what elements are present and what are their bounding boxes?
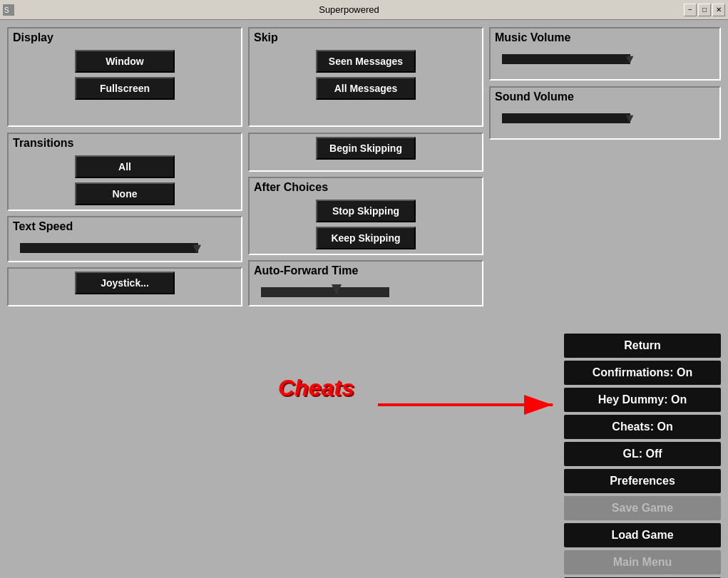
sound-volume-arrow: ▼ <box>623 111 636 126</box>
window-controls: − □ ✕ <box>684 4 725 16</box>
transitions-none-button[interactable]: None <box>75 182 175 205</box>
gl-button[interactable]: GL: Off <box>564 442 721 466</box>
begin-skipping-content: Begin Skipping <box>250 134 482 165</box>
auto-forward-slider[interactable] <box>261 287 389 297</box>
keep-skipping-button[interactable]: Keep Skipping <box>316 227 416 249</box>
sound-volume-panel: Sound Volume ▼ <box>489 86 721 140</box>
cheats-arrow <box>378 391 563 422</box>
joystick-button[interactable]: Joystick... <box>75 272 175 294</box>
fullscreen-button[interactable]: Fullscreen <box>75 77 175 100</box>
app-icon: S <box>3 4 14 16</box>
all-messages-button[interactable]: All Messages <box>316 77 416 100</box>
cheats-button[interactable]: Cheats: On <box>564 415 721 439</box>
svg-text:S: S <box>4 6 9 14</box>
after-choices-panel: After Choices Stop Skipping Keep Skippin… <box>248 177 483 255</box>
transitions-label: Transitions <box>9 134 241 153</box>
window-title: Superpowered <box>14 4 684 15</box>
display-panel: Display Window Fullscreen <box>7 27 242 127</box>
seen-messages-button[interactable]: Seen Messages <box>316 50 416 73</box>
auto-forward-panel: Auto-Forward Time <box>248 260 483 306</box>
display-content: Window Fullscreen <box>9 47 241 105</box>
auto-forward-slider-container <box>250 280 482 304</box>
music-volume-arrow: ▼ <box>623 52 636 67</box>
save-game-button[interactable]: Save Game <box>564 496 721 520</box>
joystick-content: Joystick... <box>9 269 241 300</box>
begin-skipping-button[interactable]: Begin Skipping <box>316 137 416 160</box>
after-choices-content: Stop Skipping Keep Skipping <box>250 197 482 255</box>
auto-forward-thumb <box>332 284 342 296</box>
hey-dummy-button[interactable]: Hey Dummy: On <box>564 388 721 412</box>
music-volume-label: Music Volume <box>491 29 719 47</box>
main-menu-button[interactable]: Main Menu <box>564 550 721 574</box>
maximize-button[interactable]: □ <box>698 4 711 16</box>
title-bar: S Superpowered − □ ✕ <box>0 0 728 20</box>
main-area: Display Window Fullscreen Transitions Al… <box>0 20 728 578</box>
cheats-label: Cheats <box>278 375 354 401</box>
display-label: Display <box>9 29 241 47</box>
transitions-all-button[interactable]: All <box>75 155 175 178</box>
text-speed-slider[interactable]: ▼ <box>20 243 198 253</box>
transitions-panel: Transitions All None <box>7 133 242 211</box>
skip-panel: Skip Seen Messages All Messages <box>248 27 483 127</box>
sound-volume-slider[interactable]: ▼ <box>502 113 630 123</box>
text-speed-arrow: ▼ <box>190 240 204 257</box>
skip-content: Seen Messages All Messages <box>250 47 482 105</box>
load-game-button[interactable]: Load Game <box>564 523 721 547</box>
auto-forward-label: Auto-Forward Time <box>250 262 482 280</box>
sound-volume-label: Sound Volume <box>491 88 719 106</box>
confirmations-button[interactable]: Confirmations: On <box>564 361 721 385</box>
text-speed-slider-container: ▼ <box>9 236 241 260</box>
close-button[interactable]: ✕ <box>712 4 725 16</box>
skip-label: Skip <box>250 29 482 47</box>
music-volume-panel: Music Volume ▼ <box>489 27 721 81</box>
music-volume-slider[interactable]: ▼ <box>502 54 630 64</box>
stop-skipping-button[interactable]: Stop Skipping <box>316 200 416 222</box>
music-volume-row: ▼ <box>491 47 719 71</box>
transitions-content: All None <box>9 153 241 211</box>
menu-section: Return Confirmations: On Hey Dummy: On C… <box>564 334 721 578</box>
text-speed-label: Text Speed <box>9 217 241 236</box>
return-button[interactable]: Return <box>564 334 721 358</box>
window-button[interactable]: Window <box>75 50 175 73</box>
text-speed-panel: Text Speed ▼ <box>7 216 242 262</box>
after-choices-label: After Choices <box>250 178 482 197</box>
preferences-button[interactable]: Preferences <box>564 469 721 493</box>
minimize-button[interactable]: − <box>684 4 697 16</box>
begin-skipping-panel: Begin Skipping <box>248 133 483 172</box>
sound-volume-row: ▼ <box>491 106 719 130</box>
joystick-panel: Joystick... <box>7 267 242 306</box>
